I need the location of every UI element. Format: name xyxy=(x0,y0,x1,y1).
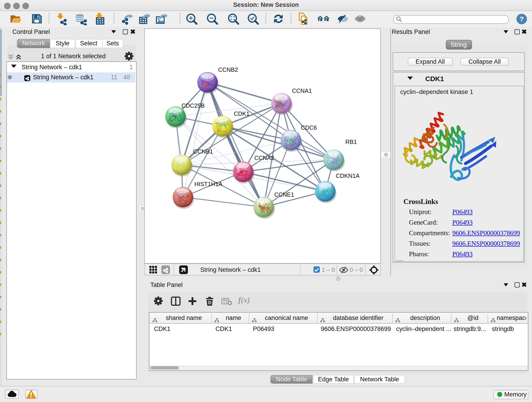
svg-text:CCNB1: CCNB1 xyxy=(193,148,213,154)
svg-text:CDK1: CDK1 xyxy=(234,110,249,117)
svg-text:CCNB2: CCNB2 xyxy=(218,66,238,73)
svg-text:CCNE1: CCNE1 xyxy=(274,191,294,198)
svg-text:HIST1H1A: HIST1H1A xyxy=(194,181,222,187)
svg-text:CCNA2: CCNA2 xyxy=(254,154,274,161)
svg-text:CDC25B: CDC25B xyxy=(181,102,204,109)
svg-text:CDKN1A: CDKN1A xyxy=(336,172,360,179)
svg-text:CCNA1: CCNA1 xyxy=(292,87,312,94)
svg-text:RB1: RB1 xyxy=(345,138,357,145)
svg-text:?: ? xyxy=(520,15,524,23)
svg-text:CDC6: CDC6 xyxy=(301,124,317,131)
